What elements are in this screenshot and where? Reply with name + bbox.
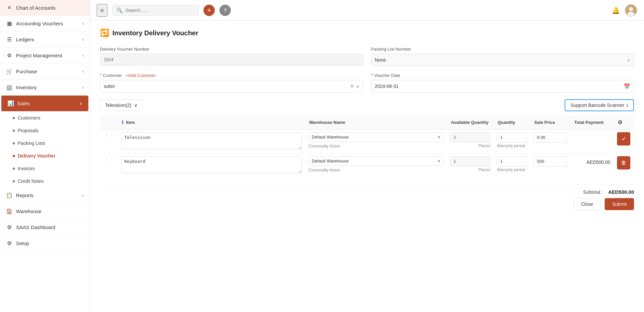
sidebar-item-reports[interactable]: 📋 Reports › bbox=[0, 187, 90, 203]
sidebar-item-label: Warehouse bbox=[16, 208, 41, 214]
sidebar-item-inventory[interactable]: 🏢 Inventory › bbox=[0, 80, 90, 96]
quantity-input-2[interactable] bbox=[497, 156, 527, 166]
voucher-date-label: * Voucher Date bbox=[371, 73, 634, 78]
items-dropdown-label: Television(2) bbox=[105, 103, 131, 108]
sidebar-sub-item-label: Packing Lists bbox=[18, 141, 45, 146]
submit-button[interactable]: Submit bbox=[605, 198, 634, 210]
sidebar-item-ledgers[interactable]: ☰ Ledgers › bbox=[0, 32, 90, 48]
sidebar-item-packing-lists[interactable]: Packing Lists bbox=[0, 137, 90, 150]
form-row-2: * Customer +Add Customer ✕ ∨ * Voucher D… bbox=[100, 73, 634, 93]
dot-icon bbox=[13, 180, 15, 182]
sidebar-item-label: Purchase bbox=[16, 69, 37, 74]
search-icon: 🔍 bbox=[116, 7, 123, 13]
voucher-icon: ▦ bbox=[6, 20, 13, 27]
th-sale-price: Sale Price bbox=[530, 116, 570, 130]
subtotal-row: Subtotal : AED500.00 bbox=[583, 189, 634, 195]
pieces-label-2: Pieces bbox=[450, 166, 490, 172]
sidebar-item-sales[interactable]: 📊 Sales ∨ bbox=[1, 96, 88, 112]
sidebar-item-label: Sales bbox=[17, 101, 30, 106]
total-payment-cell-2: AED500.00 bbox=[570, 154, 614, 177]
sidebar-item-project-management[interactable]: ⚙ Project Management › bbox=[0, 48, 90, 64]
sidebar-item-credit-notes[interactable]: Credit Notes bbox=[0, 175, 90, 187]
sidebar-item-customers[interactable]: Customers bbox=[0, 112, 90, 124]
warehouse-button-1[interactable]: Default Warehouse ∨ bbox=[308, 132, 444, 142]
sale-price-input-2[interactable] bbox=[534, 156, 567, 166]
chevron-down-icon: ∨ bbox=[438, 135, 440, 139]
quantity-cell-1: Warranty period bbox=[494, 130, 530, 154]
sidebar-item-proposals[interactable]: Proposals bbox=[0, 124, 90, 137]
confirm-button-1[interactable]: ✓ bbox=[617, 132, 630, 146]
sidebar-sub-item-label: Customers bbox=[18, 115, 40, 121]
avatar[interactable] bbox=[625, 4, 637, 17]
sidebar-sub-item-label: Credit Notes bbox=[18, 178, 44, 184]
sidebar-item-label: Reports bbox=[16, 192, 34, 198]
barcode-label: Support Barcode Scanner bbox=[571, 103, 624, 108]
bell-icon[interactable]: 🔔 bbox=[612, 6, 620, 14]
sidebar-item-setup[interactable]: ⚙ Setup bbox=[0, 235, 90, 251]
sales-submenu: Customers Proposals Packing Lists Delive… bbox=[0, 112, 90, 187]
customer-input[interactable] bbox=[104, 84, 350, 89]
total-payment-value-2: AED500.00 bbox=[574, 156, 610, 165]
search-input[interactable] bbox=[125, 8, 192, 13]
help-button[interactable]: ? bbox=[219, 5, 231, 16]
warehouse-select-2: Default Warehouse ∧ Commodity Notes bbox=[308, 156, 444, 172]
table-header-row: ℹ Item Warehouse Name Available Quantity… bbox=[100, 116, 634, 130]
delete-button-2[interactable]: 🗑 bbox=[617, 156, 630, 169]
chevron-right-icon: › bbox=[82, 85, 84, 90]
delivery-voucher-input[interactable] bbox=[100, 54, 363, 66]
item-cell-1: Television bbox=[118, 130, 305, 154]
warehouse-button-2[interactable]: Default Warehouse ∧ bbox=[308, 156, 444, 166]
sidebar-item-label: Project Management bbox=[16, 53, 62, 58]
available-qty-cell-2: Pieces bbox=[447, 154, 494, 177]
th-quantity: Quantity bbox=[494, 116, 530, 130]
chevron-down-icon: ∨ bbox=[627, 58, 630, 63]
sidebar-sub-item-label: Delivery Voucher bbox=[18, 153, 55, 158]
add-customer-link[interactable]: +Add Customer bbox=[126, 73, 156, 78]
item-name-input-2[interactable]: Keyboard bbox=[121, 156, 302, 173]
sidebar-item-saas-dashboard[interactable]: ⚙ SAAS Dashboard bbox=[0, 219, 90, 235]
chevron-right-icon: › bbox=[82, 21, 84, 26]
items-dropdown-button[interactable]: Television(2) ∨ bbox=[100, 100, 142, 111]
sidebar-item-accounting-vouchers[interactable]: ▦ Accounting Vouchers › bbox=[0, 16, 90, 32]
add-button[interactable]: + bbox=[203, 5, 215, 16]
calendar-icon[interactable]: 📅 bbox=[624, 83, 630, 90]
dot-icon bbox=[13, 130, 15, 132]
clear-icon[interactable]: ✕ bbox=[350, 83, 354, 89]
sidebar-item-delivery-voucher[interactable]: Delivery Voucher bbox=[0, 150, 90, 162]
total-payment-cell-1 bbox=[570, 130, 614, 154]
back-button[interactable]: « bbox=[97, 4, 107, 17]
item-name-input-1[interactable]: Television bbox=[121, 132, 302, 150]
footer-buttons: Close Submit bbox=[574, 198, 634, 210]
delivery-icon: 🔁 bbox=[100, 29, 109, 37]
warehouse-name-1: Default Warehouse bbox=[312, 135, 349, 140]
warranty-label-2: Warranty period bbox=[497, 166, 527, 172]
quantity-input-1[interactable] bbox=[497, 132, 527, 143]
available-qty-input-1 bbox=[450, 132, 490, 143]
packing-list-group: Packing List Number None ∨ bbox=[371, 47, 634, 66]
close-button[interactable]: Close bbox=[574, 198, 601, 210]
packing-list-select-wrapper: None ∨ bbox=[371, 54, 634, 66]
th-item: ℹ Item bbox=[118, 116, 305, 130]
sidebar-item-label: Inventory bbox=[16, 85, 37, 90]
sidebar-item-warehouse[interactable]: 🏠 Warehouse bbox=[0, 203, 90, 219]
sale-price-input-1[interactable] bbox=[534, 132, 567, 143]
gear-icon[interactable]: ⚙ bbox=[618, 120, 622, 125]
setup-icon: ⚙ bbox=[6, 240, 13, 246]
packing-list-select[interactable]: None bbox=[375, 57, 627, 63]
total-payment-value-1 bbox=[574, 132, 610, 136]
warehouse-name-2: Default Warehouse bbox=[312, 158, 349, 163]
voucher-date-input[interactable] bbox=[375, 84, 624, 89]
drag-handle-icon[interactable]: ⋮⋮ bbox=[104, 156, 114, 162]
table-row: ⋮⋮ Keyboard Default Warehouse ∧ C bbox=[100, 154, 634, 177]
customer-group: * Customer +Add Customer ✕ ∨ bbox=[100, 73, 363, 93]
page-title: 🔁 Inventory Delivery Voucher bbox=[100, 29, 634, 37]
chevron-up-icon: ∧ bbox=[438, 159, 440, 163]
items-table: ℹ Item Warehouse Name Available Quantity… bbox=[100, 115, 634, 177]
drag-handle-icon[interactable]: ⋮⋮ bbox=[104, 133, 114, 138]
sidebar-item-chart-of-accounts[interactable]: ≡ Chart of Accounts bbox=[0, 0, 90, 16]
dot-icon bbox=[13, 155, 15, 157]
drag-handle-cell: ⋮⋮ bbox=[100, 130, 118, 154]
barcode-scanner-button[interactable]: Support Barcode Scanner ℹ bbox=[565, 99, 634, 111]
sidebar-item-purchase[interactable]: 🛒 Purchase › bbox=[0, 64, 90, 80]
sidebar-item-invoices[interactable]: Invoices bbox=[0, 162, 90, 175]
